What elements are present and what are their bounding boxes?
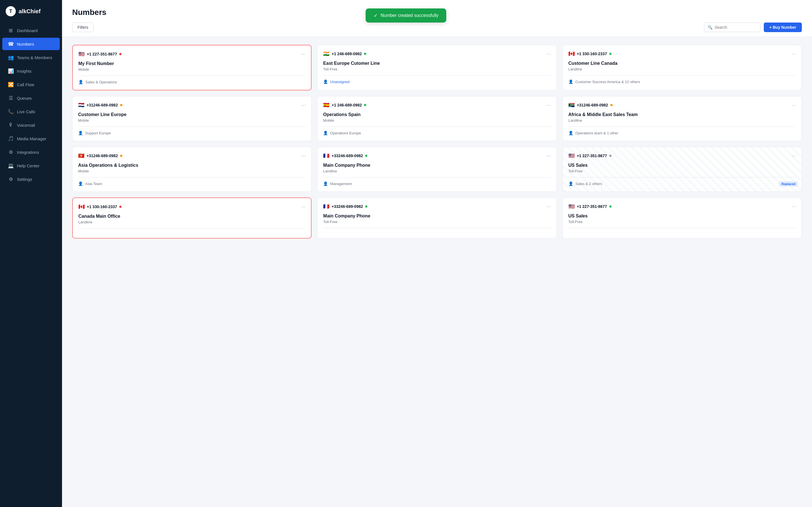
- sidebar-item-label: Media Manager: [17, 136, 46, 141]
- numbers-grid-container: 🇺🇸 +1 227-351-8677 ··· My First Number M…: [62, 37, 812, 507]
- number-card[interactable]: 🇨🇦 +1 330-160-2337 ··· Customer Line Can…: [562, 45, 802, 91]
- card-team: 👤 Sales & 2 others: [568, 181, 796, 186]
- sidebar-item-label: Help Center: [17, 163, 40, 168]
- card-name: Main Company Phone: [323, 163, 551, 168]
- card-number-row: 🇺🇸 +1 227-351-8677: [568, 153, 612, 159]
- toolbar: Filters 🔍 + Buy Number: [72, 22, 802, 37]
- number-card[interactable]: 🇮🇳 +1 246-689-0982 ··· East Europe Cutom…: [317, 45, 557, 91]
- card-name: Customer Line Europe: [78, 112, 306, 117]
- card-name: Canada Main Office: [79, 214, 305, 219]
- card-number: +1 330-160-2337: [577, 52, 607, 56]
- sidebar-item-label: Call Flow: [17, 82, 35, 87]
- sidebar-item-dashboard[interactable]: ⊞Dashboard: [2, 24, 60, 37]
- card-name: Africa & Middle East Sales Team: [568, 112, 796, 117]
- voicemail-icon: 🎙: [8, 122, 13, 128]
- status-dot: [364, 104, 366, 106]
- card-menu-button[interactable]: ···: [301, 51, 305, 57]
- number-card[interactable]: 🇺🇸 +1 227-351-8677 ··· My First Number M…: [72, 45, 312, 91]
- card-menu-button[interactable]: ···: [301, 204, 305, 210]
- flag-icon: 🇭🇰: [78, 153, 84, 159]
- card-type: Landline: [568, 118, 796, 122]
- buy-number-button[interactable]: + Buy Number: [764, 22, 802, 32]
- card-menu-button[interactable]: ···: [792, 102, 796, 108]
- sidebar-item-label: Dashboard: [17, 28, 38, 33]
- number-card[interactable]: 🇨🇦 +1 330-160-2337 ··· Canada Main Offic…: [72, 198, 312, 238]
- card-number-row: 🇨🇦 +1 330-160-2337: [568, 51, 612, 57]
- card-menu-button[interactable]: ···: [792, 51, 796, 57]
- card-menu-button[interactable]: ···: [547, 153, 551, 159]
- flag-icon: 🇮🇳: [323, 51, 329, 57]
- sidebar-item-media[interactable]: 🎵Media Manager: [2, 132, 60, 145]
- number-card[interactable]: 🇺🇸 +1 227-351-8677 ··· US Sales Toll-Fre…: [562, 198, 802, 238]
- status-dot: [609, 205, 612, 208]
- search-input[interactable]: [715, 25, 757, 30]
- card-menu-button[interactable]: ···: [301, 153, 306, 159]
- card-name: My First Number: [79, 61, 305, 66]
- number-card[interactable]: 🇭🇰 +31246-689-0982 ··· Asia Operations &…: [72, 147, 312, 192]
- card-top: 🇨🇦 +1 330-160-2337 ···: [79, 204, 305, 210]
- sidebar-item-callflow[interactable]: 🔀Call Flow: [2, 78, 60, 91]
- dashboard-icon: ⊞: [8, 27, 13, 33]
- card-name: US Sales: [568, 163, 796, 168]
- number-card[interactable]: 🇫🇷 +33246-689-0982 ··· Main Company Phon…: [317, 198, 557, 238]
- sidebar-item-integrations[interactable]: ⚙Integrations: [2, 146, 60, 158]
- card-menu-button[interactable]: ···: [792, 153, 796, 159]
- card-type: Mobile: [78, 118, 306, 122]
- card-divider: [323, 177, 551, 177]
- card-number-row: 🇪🇸 +1 246-689-0982: [323, 102, 366, 108]
- livecalls-icon: 📞: [8, 109, 13, 114]
- card-number-row: 🇭🇰 +31246-689-0982: [78, 153, 122, 159]
- insights-icon: 📊: [8, 68, 13, 74]
- card-menu-button[interactable]: ···: [301, 102, 306, 108]
- sidebar-item-queues[interactable]: ☰Queues: [2, 92, 60, 104]
- team-icon: 👤: [568, 181, 573, 186]
- card-number-row: 🇫🇷 +33246-689-0982: [323, 203, 367, 210]
- card-name: East Europe Cutomer Line: [323, 61, 551, 66]
- status-dot: [120, 104, 122, 106]
- replaced-badge: Replaced: [779, 181, 798, 186]
- card-team: 👤 Unassigned: [323, 79, 551, 84]
- sidebar-item-label: Insights: [17, 69, 32, 73]
- card-top: 🇨🇦 +1 330-160-2337 ···: [568, 51, 796, 57]
- number-card[interactable]: 🇺🇸 +1 227-351-8677 ··· US Sales Toll-Fre…: [562, 147, 802, 192]
- number-card[interactable]: 🇫🇷 +33246-689-0982 ··· Main Company Phon…: [317, 147, 557, 192]
- sidebar-item-insights[interactable]: 📊Insights: [2, 65, 60, 77]
- card-top: 🇭🇰 +31246-689-0982 ···: [78, 153, 306, 159]
- team-label: Unassigned: [330, 80, 350, 84]
- sidebar-item-livecalls[interactable]: 📞Live Calls: [2, 105, 60, 118]
- card-name: Asia Operations & Logistics: [78, 163, 306, 168]
- sidebar-item-settings[interactable]: ⚙Settings: [2, 173, 60, 185]
- filter-button[interactable]: Filters: [72, 22, 94, 32]
- number-card[interactable]: 🇳🇱 +31246-689-0982 ··· Customer Line Eur…: [72, 96, 312, 141]
- flag-icon: 🇺🇸: [568, 203, 574, 210]
- integrations-icon: ⚙: [8, 149, 13, 155]
- team-icon: 👤: [79, 80, 83, 84]
- sidebar-item-help[interactable]: 💻Help Center: [2, 159, 60, 172]
- sidebar-item-voicemail[interactable]: 🎙Voicemail: [2, 119, 60, 131]
- team-icon: 👤: [568, 79, 573, 84]
- card-name: Operations Spain: [323, 112, 551, 117]
- number-card[interactable]: 🇿🇦 +31246-689-0982 ··· Africa & Middle E…: [562, 96, 802, 141]
- card-number: +1 246-689-0982: [332, 52, 362, 56]
- card-menu-button[interactable]: ···: [792, 204, 796, 210]
- card-type: Landline: [323, 169, 551, 173]
- card-menu-button[interactable]: ···: [547, 51, 551, 57]
- team-label: Management: [330, 182, 352, 186]
- card-top: 🇪🇸 +1 246-689-0982 ···: [323, 102, 551, 108]
- sidebar-item-numbers[interactable]: ☎Numbers: [2, 38, 60, 50]
- search-icon: 🔍: [708, 25, 712, 30]
- status-dot: [364, 53, 366, 55]
- team-icon: 👤: [323, 79, 328, 84]
- card-number-row: 🇺🇸 +1 227-351-8677: [568, 203, 612, 210]
- sidebar-item-label: Live Calls: [17, 109, 35, 114]
- card-menu-button[interactable]: ···: [547, 102, 551, 108]
- team-label: Sales & 2 others: [575, 182, 602, 186]
- sidebar-item-teams[interactable]: 👥Teams & Members: [2, 51, 60, 64]
- number-card[interactable]: 🇪🇸 +1 246-689-0982 ··· Operations Spain …: [317, 96, 557, 141]
- queues-icon: ☰: [8, 95, 13, 101]
- status-dot: [609, 53, 612, 55]
- toast-notification: ✓ Number created successfully: [366, 8, 446, 22]
- card-top: 🇳🇱 +31246-689-0982 ···: [78, 102, 306, 108]
- card-menu-button[interactable]: ···: [547, 204, 551, 210]
- logo-icon: T: [6, 6, 16, 16]
